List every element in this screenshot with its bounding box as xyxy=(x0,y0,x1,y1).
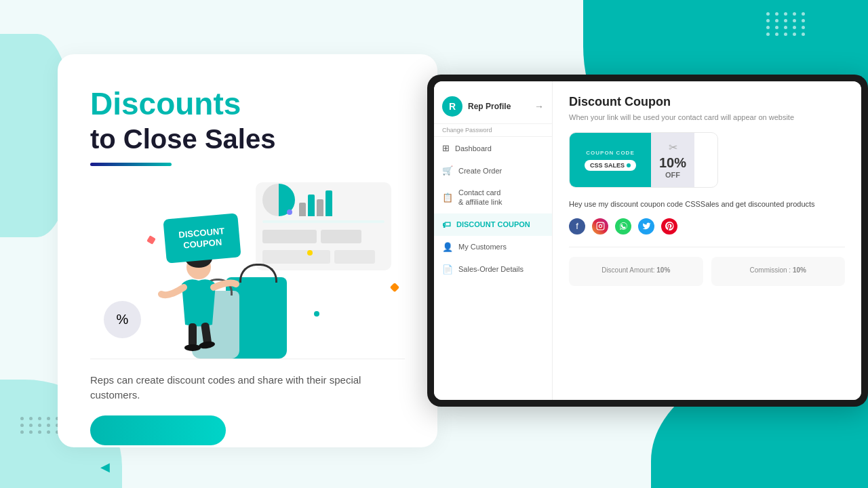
coupon-left-section: COUPON CODE CSS SALES xyxy=(570,133,651,187)
profile-section: R Rep Profile → xyxy=(434,89,552,124)
nav-label-create-order: Create Order xyxy=(458,167,502,175)
ground-line xyxy=(90,359,405,359)
dashboard-icon: ⊞ xyxy=(442,143,450,153)
page-title: Discount Coupon xyxy=(569,95,845,109)
nav-item-sales-order[interactable]: 📄 Sales-Order Details xyxy=(434,258,552,281)
confetti-4 xyxy=(390,283,399,292)
nav-item-my-customers[interactable]: 👤 My Customers xyxy=(434,236,552,258)
nav-label-my-customers: My Customers xyxy=(458,243,507,251)
stat-commission: Commission : 10% xyxy=(711,257,846,286)
whatsapp-icon[interactable] xyxy=(615,218,631,235)
cart-icon: 🛒 xyxy=(442,165,453,176)
coupon-off-label: OFF xyxy=(665,171,680,179)
device-frame: R Rep Profile → Change Password ⊞ Dashbo… xyxy=(427,75,868,407)
nav-label-dashboard: Dashboard xyxy=(455,144,492,152)
stats-row: Discount Amount: 10% Commission : 10% xyxy=(569,257,845,286)
nav-item-discount-coupon[interactable]: 🏷 DISCOUNT COUPON xyxy=(434,214,552,236)
instagram-icon[interactable] xyxy=(592,218,608,235)
pinterest-icon[interactable] xyxy=(661,218,677,235)
svg-point-8 xyxy=(601,224,602,224)
logout-icon[interactable]: → xyxy=(534,101,544,112)
dots-decoration-top xyxy=(766,12,807,36)
confetti-3 xyxy=(287,209,292,215)
svg-point-7 xyxy=(599,224,601,227)
chart-line-area xyxy=(262,220,384,223)
cta-button[interactable] xyxy=(90,415,226,445)
description-text: Reps can create discount codes and share… xyxy=(90,373,405,403)
coupon-code-value: CSS SALES xyxy=(590,162,625,169)
left-card: Discounts to Close Sales xyxy=(58,54,437,447)
title-close: to Close Sales xyxy=(90,124,405,155)
page-subtitle: When your link will be used your contact… xyxy=(569,113,845,121)
coupon-card: COUPON CODE CSS SALES ✂ 10% OFF xyxy=(569,132,718,188)
confetti-2 xyxy=(307,250,313,256)
coupon-code-label: COUPON CODE xyxy=(586,150,634,156)
coupon-icon: 🏷 xyxy=(442,220,451,230)
stat-discount-label: Discount Amount: 10% xyxy=(580,266,692,274)
coupon-scissors-icon: ✂ xyxy=(669,141,677,154)
chart-mockup xyxy=(256,182,391,270)
dots-decoration-bottom xyxy=(20,417,61,434)
twitter-icon[interactable] xyxy=(638,218,654,235)
avatar: R xyxy=(442,96,462,117)
svg-point-4 xyxy=(184,344,201,351)
nav-label-discount-coupon: DISCOUNT COUPON xyxy=(456,220,530,228)
nav-item-contact-card[interactable]: 📋 Contact card& affiliate link xyxy=(434,182,552,214)
nav-label-contact-card: Contact card& affiliate link xyxy=(458,188,502,207)
profile-name: Rep Profile xyxy=(468,102,529,111)
app-sidebar: R Rep Profile → Change Password ⊞ Dashbo… xyxy=(434,81,553,400)
svg-point-5 xyxy=(198,340,215,349)
facebook-icon[interactable]: f xyxy=(569,218,585,235)
sales-order-icon: 📄 xyxy=(442,264,453,274)
device-screen: R Rep Profile → Change Password ⊞ Dashbo… xyxy=(434,81,861,400)
share-text: Hey use my discount coupon code CSSSales… xyxy=(569,199,845,210)
nav-item-create-order[interactable]: 🛒 Create Order xyxy=(434,159,552,182)
coupon-badge-dot xyxy=(627,163,631,167)
coupon-right-section: ✂ 10% OFF xyxy=(651,133,694,187)
main-content: Discount Coupon When your link will be u… xyxy=(553,81,861,400)
title-underline xyxy=(90,163,172,166)
illustration-area: DISCOUNTCOUPON % xyxy=(90,182,405,359)
change-password[interactable]: Change Password xyxy=(434,124,552,137)
stat-commission-label: Commission : 10% xyxy=(722,266,835,274)
nav-label-sales-order: Sales-Order Details xyxy=(458,265,524,273)
svg-rect-6 xyxy=(597,222,604,230)
coupon-sign: DISCOUNTCOUPON xyxy=(163,213,241,263)
contact-card-icon: 📋 xyxy=(442,192,453,203)
coupon-sign-text: DISCOUNTCOUPON xyxy=(178,226,226,251)
coupon-code-badge: CSS SALES xyxy=(585,160,636,171)
divider xyxy=(569,247,845,247)
svg-rect-2 xyxy=(189,323,197,347)
nav-arrow-left[interactable]: ◀ xyxy=(100,460,110,474)
confetti-5 xyxy=(314,311,319,317)
coupon-percent: 10% xyxy=(659,155,686,171)
customers-icon: 👤 xyxy=(442,242,453,252)
social-icons: f xyxy=(569,218,845,235)
nav-item-dashboard[interactable]: ⊞ Dashboard xyxy=(434,137,552,159)
title-discounts: Discounts xyxy=(90,87,405,121)
stat-discount-amount: Discount Amount: 10% xyxy=(569,257,703,286)
chart-bars xyxy=(299,189,332,216)
